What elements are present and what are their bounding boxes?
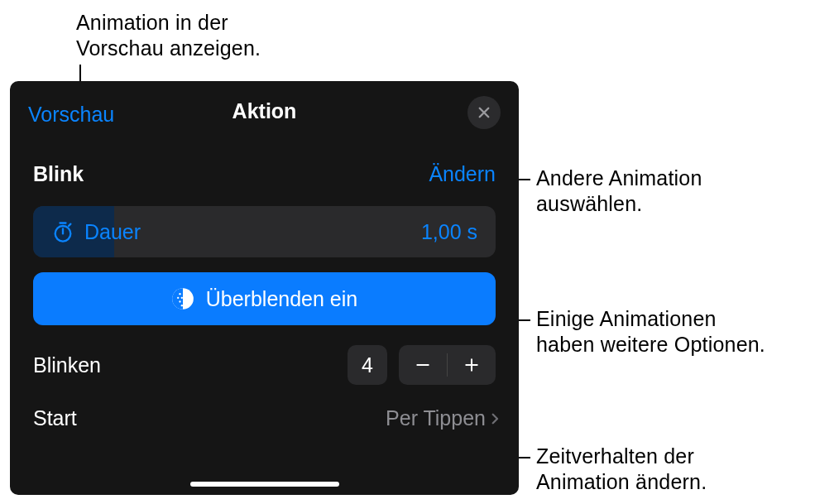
timer-icon xyxy=(51,220,74,243)
start-row[interactable]: Start Per Tippen xyxy=(10,385,519,430)
svg-point-2 xyxy=(179,293,180,295)
close-button[interactable] xyxy=(467,96,501,129)
duration-left: Dauer xyxy=(51,220,141,244)
blend-icon xyxy=(171,287,194,310)
start-label: Start xyxy=(33,406,77,430)
callout-preview: Animation in der Vorschau anzeigen. xyxy=(76,10,261,62)
start-value: Per Tippen xyxy=(386,406,486,430)
close-icon xyxy=(477,105,491,120)
svg-point-5 xyxy=(180,305,182,306)
stepper-plus-button[interactable] xyxy=(448,345,496,385)
svg-point-6 xyxy=(180,297,182,299)
blink-controls: 4 xyxy=(348,345,496,385)
start-value-wrap: Per Tippen xyxy=(386,406,502,430)
stepper-minus-button[interactable] xyxy=(399,345,447,385)
callout-timing: Zeitverhalten der Animation ändern. xyxy=(536,444,707,496)
home-indicator xyxy=(190,482,339,487)
callout-change: Andere Animation auswählen. xyxy=(536,166,702,218)
change-animation-link[interactable]: Ändern xyxy=(429,162,496,186)
chevron-right-icon xyxy=(487,408,502,430)
panel-header: Vorschau xyxy=(10,81,519,137)
blend-label: Überblenden ein xyxy=(206,287,357,311)
blink-row: Blinken 4 xyxy=(10,325,519,385)
svg-point-4 xyxy=(179,300,180,302)
duration-slider[interactable]: Dauer 1,00 s xyxy=(33,206,496,257)
blink-label: Blinken xyxy=(33,353,101,377)
duration-value: 1,00 s xyxy=(421,220,477,244)
minus-icon xyxy=(415,357,431,373)
duration-label: Dauer xyxy=(84,220,141,244)
action-panel: Vorschau Aktion Blink Ändern Dauer 1,00 … xyxy=(10,81,519,495)
svg-point-3 xyxy=(177,297,179,299)
animation-section-header: Blink Ändern xyxy=(10,137,519,201)
animation-name: Blink xyxy=(33,162,84,186)
plus-icon xyxy=(463,357,480,373)
blink-count-field[interactable]: 4 xyxy=(348,345,387,385)
preview-link[interactable]: Vorschau xyxy=(28,103,114,127)
blink-stepper xyxy=(399,345,496,385)
blend-toggle-button[interactable]: Überblenden ein xyxy=(33,272,496,325)
callout-options: Einige Animationen haben weitere Optione… xyxy=(536,306,765,358)
